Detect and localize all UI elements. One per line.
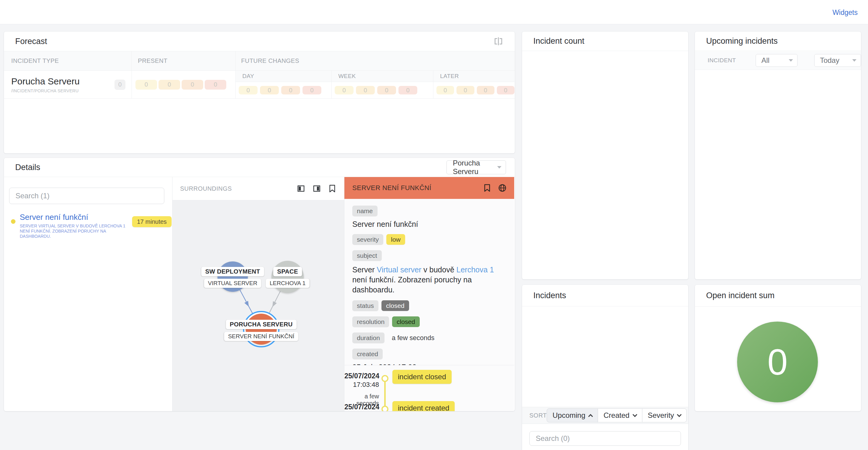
forecast-title: Forecast: [15, 37, 47, 46]
sub-col-week: WEEK: [332, 71, 433, 82]
timeline-dot-icon: [381, 406, 389, 411]
chevron-down-icon: [497, 166, 501, 168]
col-incident-type: INCIDENT TYPE: [4, 51, 131, 70]
subject-text-part: Server: [352, 265, 377, 274]
day-badge-critical: 0: [303, 86, 321, 94]
flip-layout-icon[interactable]: [493, 37, 503, 46]
surroundings-label: SURROUNDINGS: [180, 185, 297, 192]
sort-created-button[interactable]: Created: [598, 408, 642, 422]
created-tag: created: [352, 349, 383, 359]
table-row: Porucha Serveru /INCIDENT/PORUCHA SERVER…: [4, 71, 515, 99]
day-badge-medium: 0: [260, 86, 279, 94]
incident-count-title: Incident count: [522, 32, 688, 51]
virtual-server-link[interactable]: Virtual server: [377, 265, 422, 274]
sort-button-label: Severity: [648, 411, 674, 420]
duration-value: a few seconds: [392, 334, 435, 342]
time-range-select-value: Today: [820, 56, 839, 65]
incidents-panel: Incidents SORT Upcoming Created Severity: [522, 285, 688, 450]
details-title: Details: [15, 163, 40, 172]
incident-type-select[interactable]: All: [756, 54, 798, 67]
severity-dot-icon: [11, 219, 16, 224]
open-incident-sum-value: 0: [768, 341, 788, 383]
sort-upcoming-button[interactable]: Upcoming: [547, 408, 598, 422]
upcoming-incidents-title: Upcoming incidents: [695, 32, 861, 51]
incident-fields: name Server není funkční severity low su…: [344, 199, 514, 365]
future-day-column: DAY 0 0 0 0: [236, 71, 331, 98]
chevron-down-icon: [852, 59, 857, 62]
node-name-label: SERVER NENÍ FUNKČNÍ: [224, 332, 298, 341]
sort-button-label: Upcoming: [553, 411, 585, 420]
arrowhead-icon: [271, 301, 277, 308]
sort-severity-button[interactable]: Severity: [642, 408, 687, 422]
later-badge-medium: 0: [457, 86, 474, 94]
incident-filter-label: INCIDENT: [708, 57, 736, 64]
list-item[interactable]: Server není funkční SERVER VIRTUAL SERVE…: [9, 213, 164, 239]
list-item-description: SERVER VIRTUAL SERVER V BUDOVĚ LERCHOVA …: [20, 223, 132, 239]
chevron-up-icon: [588, 414, 593, 419]
sort-bar: SORT Upcoming Created Severity: [522, 407, 688, 424]
status-value-badge: closed: [381, 300, 409, 311]
node-name-label: VIRTUAL SERVER: [204, 279, 261, 288]
incident-count-panel: Incident count: [522, 32, 688, 279]
incidents-search-input[interactable]: [529, 431, 681, 446]
panel-right-icon[interactable]: [313, 185, 320, 192]
upcoming-filter-bar: INCIDENT All Today: [695, 51, 861, 70]
timeline-event-badge: incident created: [393, 401, 455, 411]
timeline-date: 25/07/2024: [344, 403, 379, 411]
incident-type-selector[interactable]: Porucha Serveru: [446, 160, 506, 174]
lerchova-link[interactable]: Lerchova 1: [457, 265, 494, 274]
widgets-link[interactable]: Widgets: [833, 8, 858, 17]
col-future-changes: FUTURE CHANGES: [236, 51, 515, 70]
arrowhead-icon: [245, 301, 251, 308]
list-item-title[interactable]: Server není funkční: [20, 213, 132, 222]
later-badge-low: 0: [436, 86, 454, 94]
day-badge-low: 0: [239, 86, 257, 94]
node-name-label: LERCHOVA 1: [266, 279, 309, 288]
timeline-line: [384, 378, 386, 410]
later-badge-critical: 0: [497, 86, 515, 94]
sub-col-later: LATER: [433, 71, 515, 82]
search-input[interactable]: [9, 188, 164, 204]
present-badge-medium: 0: [158, 80, 180, 90]
subject-tag: subject: [352, 250, 382, 261]
top-bar: Widgets: [0, 0, 868, 24]
open-incident-sum-circle: 0: [737, 322, 818, 402]
resolution-tag: resolution: [352, 316, 389, 327]
node-lerchova[interactable]: [272, 261, 304, 293]
subject-text: Server Virtual server v budově Lerchova …: [352, 265, 505, 295]
details-panel: Details Porucha Serveru Server není funk…: [4, 158, 515, 411]
forecast-table-header: INCIDENT TYPE PRESENT FUTURE CHANGES: [4, 51, 515, 71]
future-week-column: WEEK 0 0 0 0: [331, 71, 433, 98]
timeline-event-meta: 25/07/2024: [344, 403, 379, 411]
present-badge-high: 0: [182, 80, 203, 90]
day-badge-high: 0: [281, 86, 300, 94]
severity-tag: severity: [352, 234, 383, 245]
surroundings-column: SURROUNDINGS: [172, 177, 344, 411]
name-tag: name: [352, 205, 377, 216]
incident-type-selector-value: Porucha Serveru: [453, 159, 497, 176]
time-range-select[interactable]: Today: [814, 54, 861, 67]
timeline-dot-icon: [381, 375, 389, 382]
status-tag: status: [352, 300, 378, 311]
node-type-label: SPACE: [273, 267, 302, 276]
chevron-down-icon: [789, 59, 793, 62]
bookmark-icon[interactable]: [329, 185, 336, 193]
incident-detail-column: SERVER NENÍ FUNKČNÍ name Server není: [344, 177, 514, 411]
bookmark-icon[interactable]: [484, 184, 491, 192]
incident-type-name[interactable]: Porucha Serveru: [11, 76, 80, 87]
open-incident-sum-panel: Open incident sum 0: [695, 285, 861, 411]
globe-icon[interactable]: [498, 184, 506, 192]
sort-button-label: Created: [603, 411, 629, 420]
week-badge-medium: 0: [356, 86, 375, 94]
incident-list-column: Server není funkční SERVER VIRTUAL SERVE…: [4, 177, 172, 411]
incident-type-path: /INCIDENT/PORUCHA SERVERU: [11, 88, 80, 93]
incidents-title: Incidents: [522, 285, 688, 307]
panel-left-icon[interactable]: [297, 185, 305, 192]
duration-tag: duration: [352, 332, 384, 343]
age-badge: 17 minutes: [132, 216, 172, 227]
timeline-event-meta: 25/07/2024 17:03:48 a few seconds: [344, 372, 379, 407]
later-badge-high: 0: [477, 86, 494, 94]
week-badge-low: 0: [335, 86, 353, 94]
graph-edges: [173, 200, 344, 411]
sort-label: SORT: [529, 412, 547, 419]
